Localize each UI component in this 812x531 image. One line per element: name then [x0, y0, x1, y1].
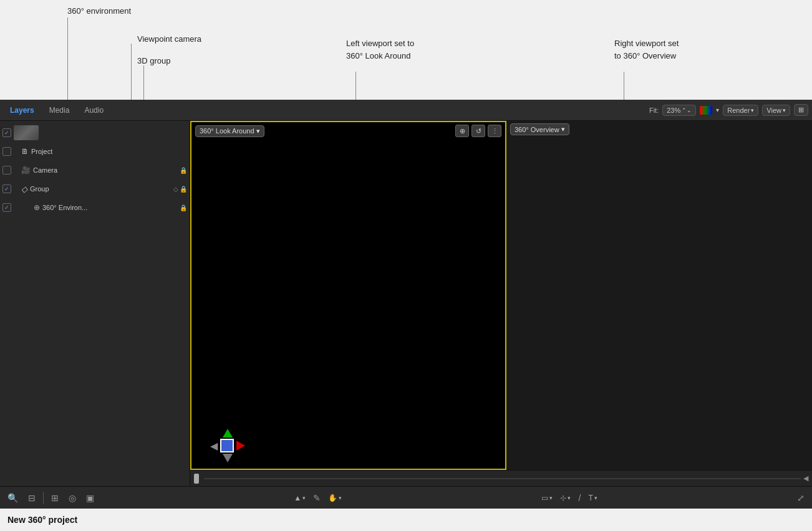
tab-layers[interactable]: Layers	[4, 103, 41, 117]
left-panel: 🗎 Project 🎥 Camera 🔒 ◇	[0, 121, 190, 486]
gizmo-center	[220, 439, 234, 452]
layer-item[interactable]: ⊕ 360° Environ... 🔒	[0, 198, 190, 217]
layout-icon: ⊞	[798, 106, 804, 114]
vp-transform-icon[interactable]: ⊕	[455, 125, 469, 137]
viewport-area: 360° Look Around ▾ ⊕ ↺ ⋮	[190, 121, 812, 486]
right-viewport-chevron-icon: ▾	[561, 125, 565, 133]
annotation-right-viewport: Right viewport setto 360° Overview	[614, 37, 679, 62]
right-viewport-label: 360° Overview	[515, 126, 559, 133]
footer-label: New 360° project	[0, 509, 812, 531]
camera-lock-icon: 🔒	[180, 167, 187, 174]
gizmo-row: ◀	[210, 439, 245, 452]
gizmo-up-arrow	[223, 429, 233, 438]
footer-text: New 360° project	[7, 515, 77, 525]
tab-audio[interactable]: Audio	[78, 103, 110, 117]
annotation-viewpoint: Viewpoint camera	[137, 34, 201, 44]
left-viewport-dropdown[interactable]: 360° Look Around ▾	[195, 125, 264, 137]
shape-icon: ▭	[541, 494, 548, 502]
pen-tool[interactable]: ✎	[311, 492, 323, 504]
env360-lock-icon: 🔒	[180, 204, 187, 211]
fit-chevron-icon: ⌃⌄	[682, 107, 692, 113]
layer-checkbox-env[interactable]	[2, 203, 11, 212]
right-viewport-canvas[interactable]	[506, 140, 812, 470]
fit-label: Fit:	[649, 107, 659, 114]
camera-label: Camera	[33, 166, 177, 174]
view-dropdown[interactable]: View ▾	[762, 105, 790, 116]
timeline-end-icon: ◀	[803, 474, 808, 482]
main-content: 🗎 Project 🎥 Camera 🔒 ◇	[0, 121, 812, 486]
left-viewport-toolbar-right: ⊕ ↺ ⋮	[455, 125, 501, 137]
layer-checkbox-camera[interactable]	[2, 166, 11, 175]
group-icon-extra: ◇	[173, 186, 178, 193]
select-icon: ▲	[294, 494, 301, 502]
view-label: View	[766, 107, 781, 114]
gizmo-left-arrow: ◀	[210, 440, 218, 452]
env360-label: 360° Environ...	[42, 204, 175, 211]
timeline-track[interactable]	[204, 478, 801, 479]
select-chevron-icon: ▾	[302, 495, 306, 501]
text-tool[interactable]: T ▾	[586, 492, 599, 504]
layer-item[interactable]: 🎥 Camera 🔒	[0, 161, 190, 179]
layer-checkbox-0[interactable]	[2, 128, 11, 137]
project-file-icon: 🗎	[21, 147, 29, 156]
gizmo-right-arrow	[236, 441, 245, 451]
right-viewport[interactable]: 360° Overview ▾	[506, 121, 812, 470]
points-icon: ⊹	[560, 494, 566, 502]
chevron-down-icon: ▾	[716, 107, 719, 113]
layout-dropdown[interactable]: ⊞	[794, 104, 808, 116]
header-right: Fit: 23% ⌃⌄ ▾ Render ▾ View ▾ ⊞	[649, 104, 808, 116]
layer-item[interactable]	[0, 123, 190, 142]
left-viewport-toolbar: 360° Look Around ▾ ⊕ ↺ ⋮	[191, 122, 505, 140]
search-icon[interactable]: 🔍	[5, 492, 21, 504]
box-icon[interactable]: ▣	[84, 492, 97, 504]
fullscreen-icon[interactable]: ⤢	[795, 492, 807, 504]
hand-tool[interactable]: ✋ ▾	[326, 492, 344, 504]
circle-icon[interactable]: ◎	[66, 492, 79, 504]
vp-reset-icon[interactable]: ↺	[471, 125, 485, 137]
tab-media[interactable]: Media	[43, 103, 76, 117]
view-chevron-icon: ▾	[783, 107, 786, 113]
left-viewport-label: 360° Look Around	[200, 127, 254, 135]
hand-icon: ✋	[328, 494, 337, 502]
paint-tool[interactable]: /	[576, 492, 583, 504]
app-container: Layers Media Audio Fit: 23% ⌃⌄ ▾ Render …	[0, 100, 812, 509]
annotation-3dgroup: 3D group	[137, 56, 170, 65]
timeline-thumb[interactable]	[194, 474, 199, 484]
points-tool[interactable]: ⊹ ▾	[558, 492, 573, 504]
right-viewport-toolbar: 360° Overview ▾	[510, 123, 569, 135]
camera-extra-icons: 🔒	[180, 167, 187, 174]
layers-list: 🗎 Project 🎥 Camera 🔒 ◇	[0, 121, 190, 486]
left-viewport-canvas[interactable]	[191, 141, 505, 469]
gizmo-area: ◀	[210, 429, 245, 462]
left-viewport[interactable]: 360° Look Around ▾ ⊕ ↺ ⋮	[190, 121, 506, 470]
shape-chevron-icon: ▾	[549, 495, 553, 501]
vp-more-icon[interactable]: ⋮	[488, 125, 501, 137]
grid-icon[interactable]: ⊞	[49, 492, 61, 504]
fit-dropdown[interactable]: 23% ⌃⌄	[662, 105, 696, 116]
header-bar: Layers Media Audio Fit: 23% ⌃⌄ ▾ Render …	[0, 100, 812, 121]
layer-item[interactable]: ◇ Group ◇ 🔒	[0, 179, 190, 198]
group-lock-icon: 🔒	[180, 186, 187, 193]
right-tool-group: ▭ ▾ ⊹ ▾ / T ▾	[539, 492, 599, 504]
timeline-bar: ◀	[190, 470, 812, 486]
group-extra-icons: ◇ 🔒	[173, 186, 187, 193]
text-chevron-icon: ▾	[594, 495, 597, 501]
render-chevron-icon: ▾	[751, 107, 754, 113]
annotation-area: 360° environment Viewpoint camera 3D gro…	[0, 0, 812, 100]
grid-view-icon[interactable]: ⊟	[26, 492, 38, 504]
layer-checkbox-group[interactable]	[2, 184, 11, 193]
left-viewport-chevron-icon: ▾	[256, 127, 260, 135]
hand-chevron-icon: ▾	[339, 495, 342, 501]
color-swatch[interactable]	[700, 106, 712, 115]
group-label: Group	[30, 185, 171, 193]
layer-item[interactable]: 🗎 Project	[0, 142, 190, 161]
env360-icon: ⊕	[34, 203, 40, 212]
select-tool[interactable]: ▲ ▾	[291, 492, 308, 504]
layer-checkbox-project[interactable]	[2, 147, 11, 156]
shape-tool[interactable]: ▭ ▾	[539, 492, 555, 504]
bottom-toolbar: 🔍 ⊟ ⊞ ◎ ▣ ▲ ▾ ✎ ✋ ▾ ▭ ▾ ⊹ ▾	[0, 486, 812, 509]
group-icon: ◇	[21, 184, 27, 194]
points-chevron-icon: ▾	[568, 495, 571, 501]
render-dropdown[interactable]: Render ▾	[723, 105, 758, 116]
right-viewport-dropdown[interactable]: 360° Overview ▾	[510, 123, 569, 135]
